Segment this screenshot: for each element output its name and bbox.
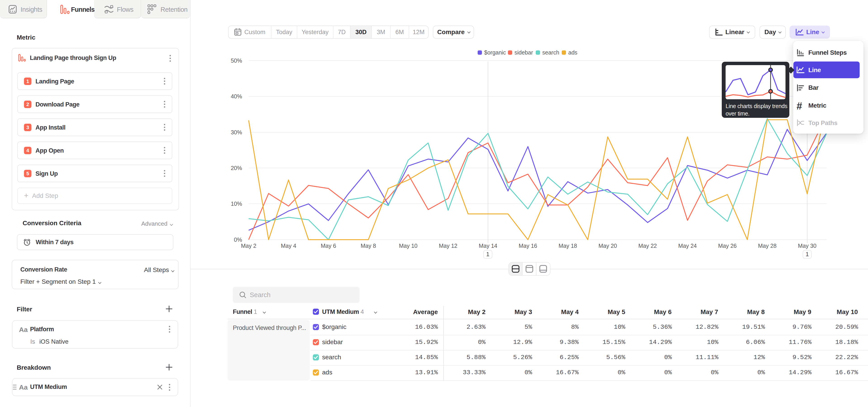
svg-text:40%: 40% (231, 93, 242, 99)
svg-text:May 14: May 14 (479, 243, 497, 249)
svg-text:May 24: May 24 (678, 243, 697, 249)
svg-text:10%: 10% (231, 200, 242, 207)
svg-text:May 26: May 26 (718, 243, 737, 249)
svg-text:May 2: May 2 (241, 243, 256, 249)
svg-text:1: 1 (806, 251, 809, 257)
svg-text:1: 1 (486, 251, 489, 257)
svg-text:May 4: May 4 (281, 243, 296, 249)
svg-text:May 10: May 10 (399, 243, 417, 249)
svg-text:May 28: May 28 (758, 243, 777, 249)
svg-text:May 20: May 20 (598, 243, 617, 249)
svg-text:May 12: May 12 (439, 243, 458, 249)
svg-text:May 16: May 16 (519, 243, 537, 249)
svg-text:May 22: May 22 (638, 243, 657, 249)
svg-text:50%: 50% (231, 57, 242, 64)
svg-text:0%: 0% (234, 237, 242, 243)
svg-text:May 30: May 30 (798, 243, 816, 249)
svg-text:May 6: May 6 (321, 243, 336, 249)
svg-text:20%: 20% (231, 165, 242, 171)
svg-text:30%: 30% (231, 129, 242, 135)
svg-text:May 8: May 8 (361, 243, 376, 249)
svg-text:May 18: May 18 (559, 243, 577, 249)
